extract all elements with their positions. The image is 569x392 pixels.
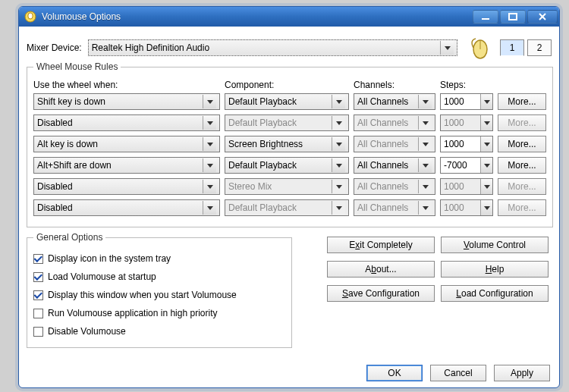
- svg-marker-11: [423, 100, 429, 104]
- component-dropdown: Default Playback: [225, 199, 349, 216]
- more-button: More...: [498, 178, 546, 195]
- channels-dropdown[interactable]: All Channels: [354, 93, 435, 110]
- svg-marker-28: [484, 185, 490, 189]
- checkbox[interactable]: [33, 254, 43, 264]
- volume-control-button[interactable]: Volume Control: [441, 237, 549, 253]
- cancel-button[interactable]: Cancel: [430, 365, 486, 381]
- usewhen-dropdown[interactable]: Disabled: [33, 114, 220, 131]
- usewhen-dropdown[interactable]: Shift key is down: [33, 93, 220, 110]
- chevron-down-icon: [418, 95, 432, 108]
- steps-value: -7000: [444, 160, 467, 171]
- help-button[interactable]: Help: [441, 261, 549, 278]
- usewhen-dropdown-value: Shift key is down: [37, 96, 105, 107]
- chevron-down-icon: [203, 201, 216, 215]
- component-dropdown[interactable]: Default Playback: [225, 157, 349, 174]
- chevron-down-icon: [203, 180, 216, 193]
- close-button[interactable]: [527, 10, 558, 24]
- chevron-down-icon: [418, 137, 432, 151]
- about-button[interactable]: About...: [327, 261, 435, 278]
- chevron-down-icon: [203, 95, 216, 108]
- component-dropdown[interactable]: Default Playback: [225, 93, 349, 110]
- usewhen-dropdown[interactable]: Disabled: [33, 178, 220, 195]
- wheel-rules-group: Wheel Mouse Rules Use the wheel when: Co…: [27, 61, 553, 227]
- usewhen-dropdown[interactable]: Alt key is down: [33, 136, 220, 152]
- chevron-down-icon: [203, 116, 216, 130]
- mixer-device-value: Realtek High Definition Audio: [92, 42, 209, 53]
- svg-marker-31: [423, 206, 429, 210]
- channels-dropdown: All Channels: [354, 136, 435, 152]
- load-config-button[interactable]: Load Configuration: [441, 285, 549, 302]
- col-usewhen: Use the wheel when:: [33, 80, 220, 90]
- minimize-button[interactable]: [473, 10, 498, 24]
- usewhen-dropdown[interactable]: Alt+Shift are down: [33, 157, 220, 174]
- chevron-down-icon: [332, 95, 345, 108]
- component-dropdown: Stereo Mix: [225, 178, 349, 195]
- channels-dropdown[interactable]: All Channels: [354, 157, 435, 174]
- general-option-row: Run Volumouse application in high priori…: [33, 305, 285, 321]
- usewhen-dropdown[interactable]: Disabled: [33, 199, 220, 216]
- svg-marker-18: [336, 143, 342, 146]
- mixer-label: Mixer Device:: [27, 42, 82, 53]
- svg-marker-25: [207, 185, 213, 189]
- steps-spin: 1000: [440, 199, 493, 216]
- more-button[interactable]: More...: [498, 136, 546, 152]
- rule-row: Alt+Shift are downDefault PlaybackAll Ch…: [33, 157, 546, 174]
- checkbox[interactable]: [33, 290, 43, 300]
- steps-spin: 1000: [440, 178, 493, 195]
- usewhen-dropdown-value: Disabled: [37, 181, 73, 192]
- more-button[interactable]: More...: [498, 93, 546, 110]
- mixer-device-dropdown[interactable]: Realtek High Definition Audio: [88, 39, 457, 56]
- tab-1[interactable]: 1: [500, 39, 524, 56]
- apply-button[interactable]: Apply: [494, 365, 550, 381]
- steps-spin[interactable]: 1000: [440, 93, 493, 110]
- svg-marker-13: [207, 121, 213, 125]
- chevron-down-icon: [480, 94, 492, 109]
- component-dropdown-value: Default Playback: [228, 202, 297, 213]
- svg-marker-32: [484, 206, 490, 210]
- svg-marker-22: [336, 164, 342, 168]
- more-button[interactable]: More...: [498, 157, 546, 174]
- checkbox[interactable]: [33, 309, 43, 318]
- chevron-down-icon: [480, 200, 492, 215]
- general-option-label: Disable Volumouse: [48, 326, 126, 337]
- titlebar[interactable]: Volumouse Options: [19, 7, 559, 27]
- component-dropdown: Default Playback: [225, 114, 349, 131]
- general-option-label: Display icon in the system tray: [48, 253, 171, 264]
- component-dropdown-value: Default Playback: [228, 96, 297, 107]
- channels-dropdown-value: All Channels: [357, 202, 408, 213]
- rule-row: Shift key is downDefault PlaybackAll Cha…: [33, 93, 546, 110]
- usewhen-dropdown-value: Disabled: [37, 202, 73, 213]
- svg-rect-3: [509, 14, 517, 20]
- steps-spin[interactable]: 1000: [440, 136, 493, 152]
- steps-value: 1000: [444, 202, 464, 213]
- save-config-button[interactable]: Save Configuration: [327, 285, 435, 302]
- svg-marker-10: [336, 100, 342, 104]
- svg-marker-23: [423, 164, 429, 168]
- maximize-button[interactable]: [500, 10, 526, 24]
- window-frame: Volumouse Options Mixer Device: Realtek …: [18, 6, 560, 388]
- channels-dropdown-value: All Channels: [357, 118, 408, 128]
- exit-completely-button[interactable]: Exit Completely: [327, 237, 435, 253]
- svg-marker-16: [484, 121, 490, 125]
- svg-marker-29: [207, 206, 213, 210]
- tab-2[interactable]: 2: [527, 39, 552, 56]
- window-title: Volumouse Options: [42, 11, 121, 22]
- checkbox[interactable]: [33, 327, 43, 337]
- checkbox[interactable]: [33, 272, 43, 282]
- chevron-down-icon: [480, 115, 492, 130]
- app-icon: [24, 10, 37, 24]
- chevron-down-icon: [203, 137, 216, 151]
- steps-spin[interactable]: -7000: [440, 157, 493, 174]
- steps-value: 1000: [444, 118, 464, 128]
- svg-rect-2: [482, 18, 489, 20]
- channels-dropdown-value: All Channels: [357, 181, 408, 192]
- col-component: Component:: [225, 80, 349, 90]
- usewhen-dropdown-value: Alt key is down: [37, 139, 98, 149]
- ok-button[interactable]: OK: [366, 365, 423, 381]
- rule-row: DisabledDefault PlaybackAll Channels1000…: [33, 199, 546, 216]
- general-options-group: General Options Display icon in the syst…: [27, 232, 292, 348]
- component-dropdown[interactable]: Screen Brightness: [225, 136, 349, 152]
- svg-marker-19: [423, 143, 429, 146]
- svg-rect-1: [28, 13, 33, 19]
- general-option-row: Load Volumouse at startup: [33, 268, 285, 285]
